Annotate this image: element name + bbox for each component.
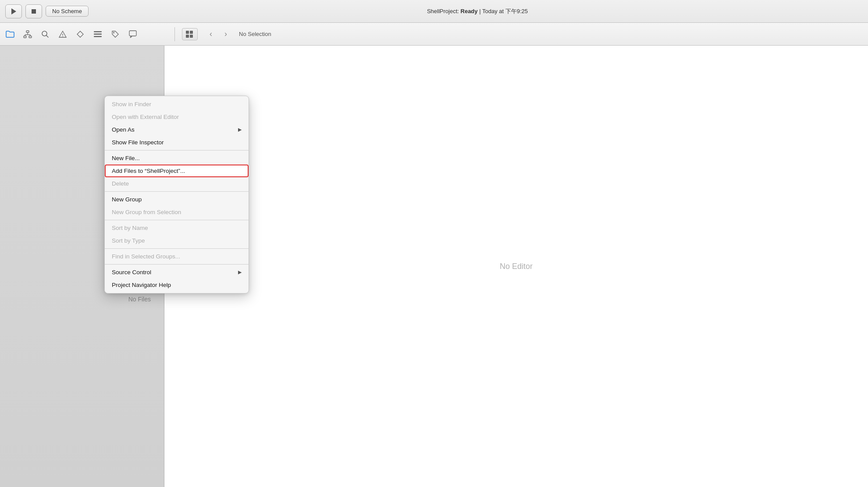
menu-item-source-control[interactable]: Source Control▶ (105, 266, 249, 279)
menu-item-show-in-finder: Show in Finder (105, 98, 249, 111)
menu-item-show-file-inspector[interactable]: Show File Inspector (105, 136, 249, 149)
menu-item-new-group-from-selection: New Group from Selection (105, 206, 249, 218)
list-icon[interactable] (93, 29, 103, 39)
submenu-arrow-open-as: ▶ (238, 127, 242, 132)
no-editor-label: No Editor (500, 262, 533, 271)
menu-item-label-new-group: New Group (112, 196, 142, 203)
menu-separator-8 (105, 191, 249, 192)
menu-item-label-sort-by-name: Sort by Name (112, 225, 148, 231)
menu-item-label-new-group-from-selection: New Group from Selection (112, 209, 181, 215)
menu-item-label-open-as: Open As (112, 126, 135, 133)
svg-rect-12 (94, 33, 102, 35)
warning-icon[interactable] (58, 29, 68, 39)
stop-icon (32, 9, 36, 14)
menu-item-open-as[interactable]: Open As▶ (105, 123, 249, 136)
menu-item-project-navigator-help[interactable]: Project Navigator Help (105, 279, 249, 291)
menu-item-sort-by-name: Sort by Name (105, 222, 249, 234)
svg-rect-1 (24, 36, 26, 38)
comment-icon[interactable] (128, 29, 138, 39)
menu-separator-4 (105, 150, 249, 150)
bookmark-icon[interactable] (75, 29, 85, 39)
menu-item-label-show-in-finder: Show in Finder (112, 101, 151, 107)
breadcrumb-label: No Selection (239, 31, 271, 37)
back-button[interactable]: ‹ (205, 28, 217, 40)
play-button[interactable] (5, 4, 22, 18)
window-title: ShellProject: Ready | Today at 下午9:25 (92, 7, 863, 15)
svg-point-14 (113, 32, 114, 33)
menu-item-delete: Delete (105, 177, 249, 190)
menu-item-label-open-external-editor: Open with External Editor (112, 114, 179, 120)
menu-separator-16 (105, 264, 249, 265)
menu-item-label-find-in-selected-groups: Find in Selected Groups... (112, 253, 180, 260)
svg-rect-15 (129, 31, 136, 36)
menu-item-label-new-file: New File... (112, 155, 140, 161)
toolbar-divider (174, 27, 175, 41)
svg-rect-17 (190, 31, 193, 34)
menu-item-label-sort-by-type: Sort by Type (112, 237, 145, 244)
svg-rect-11 (94, 31, 102, 32)
svg-rect-16 (186, 31, 189, 34)
menu-item-new-group[interactable]: New Group (105, 193, 249, 206)
navigator-icons (5, 29, 167, 39)
svg-line-8 (46, 35, 49, 37)
folder-icon[interactable] (5, 29, 15, 39)
menu-item-label-show-file-inspector: Show File Inspector (112, 139, 164, 146)
tag-icon[interactable] (110, 29, 120, 39)
toolbar: ‹ › No Selection (0, 23, 868, 46)
scheme-button[interactable]: No Scheme (46, 6, 89, 17)
menu-item-new-file[interactable]: New File... (105, 152, 249, 165)
search-icon[interactable] (40, 29, 50, 39)
menu-item-sort-by-type: Sort by Type (105, 234, 249, 247)
svg-rect-19 (190, 35, 193, 38)
title-divider: | (479, 8, 482, 14)
menu-item-label-add-files: Add Files to “ShellProject”... (112, 168, 185, 174)
no-files-label: No Files (128, 296, 151, 303)
editor-mode-button[interactable] (182, 28, 198, 40)
editor-area: No Editor (164, 46, 868, 487)
forward-button[interactable]: › (220, 28, 232, 40)
svg-rect-2 (29, 36, 32, 38)
svg-rect-13 (94, 36, 102, 37)
svg-rect-0 (26, 31, 29, 32)
play-icon (11, 8, 16, 14)
menu-item-add-files[interactable]: Add Files to “ShellProject”... (105, 165, 249, 177)
menu-separator-14 (105, 248, 249, 249)
menu-item-label-project-navigator-help: Project Navigator Help (112, 282, 171, 288)
timestamp: Today at 下午9:25 (482, 8, 528, 14)
context-menu: Show in FinderOpen with External EditorO… (104, 96, 249, 294)
menu-separator-11 (105, 220, 249, 220)
project-status: ShellProject: Ready (427, 8, 478, 14)
nav-buttons: ‹ › (205, 28, 232, 40)
menu-item-label-delete: Delete (112, 180, 129, 187)
submenu-arrow-source-control: ▶ (238, 269, 242, 275)
breadcrumb: No Selection (239, 31, 271, 37)
stop-button[interactable] (25, 4, 42, 18)
menu-item-find-in-selected-groups: Find in Selected Groups... (105, 250, 249, 263)
hierarchy-icon[interactable] (23, 29, 32, 39)
menu-item-label-source-control: Source Control (112, 269, 151, 276)
titlebar: No Scheme ShellProject: Ready | Today at… (0, 0, 868, 23)
svg-rect-18 (186, 35, 189, 38)
menu-item-open-external-editor: Open with External Editor (105, 111, 249, 123)
svg-point-10 (62, 36, 63, 37)
